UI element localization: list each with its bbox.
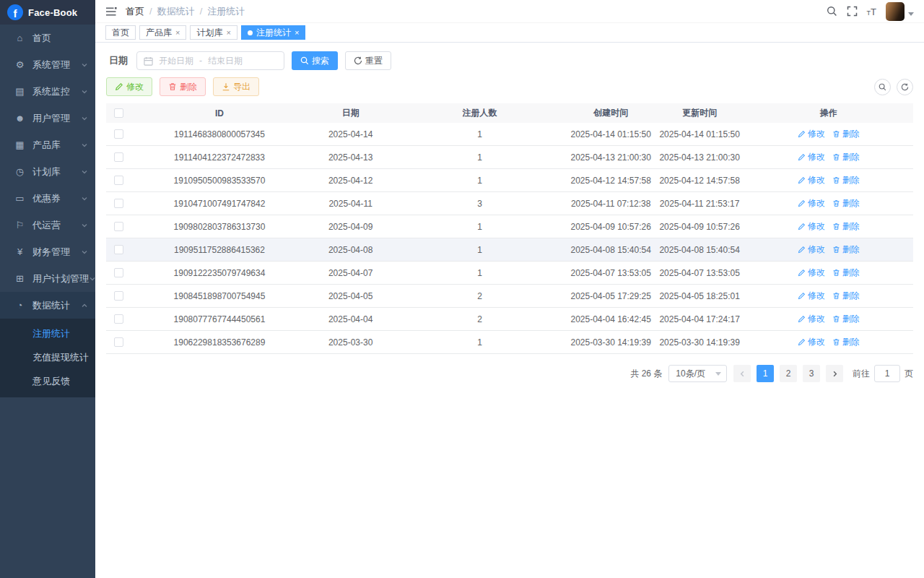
row-delete-link[interactable]: 删除: [832, 336, 860, 348]
cell-updated-time: 2025-04-11 21:53:17: [655, 199, 744, 209]
table-row: 1911468380800057345 2025-04-14 1 2025-04…: [106, 123, 913, 146]
row-edit-link[interactable]: 修改: [798, 174, 825, 186]
sidebar-item-finance[interactable]: 财务管理: [0, 238, 95, 265]
row-delete-link[interactable]: 删除: [832, 151, 860, 163]
row-checkbox[interactable]: [114, 176, 123, 185]
table-body: 1911468380800057345 2025-04-14 1 2025-04…: [106, 123, 913, 354]
sidebar-item-product-lib[interactable]: 产品库: [0, 131, 95, 158]
row-checkbox[interactable]: [114, 129, 123, 139]
close-icon[interactable]: [295, 29, 299, 37]
tag-home[interactable]: 首页: [105, 25, 136, 40]
reset-button[interactable]: 重置: [345, 51, 391, 70]
cell-date: 2025-04-11: [308, 199, 393, 209]
row-delete-link[interactable]: 删除: [832, 128, 860, 140]
tag-product-lib[interactable]: 产品库: [139, 25, 186, 40]
sidebar-item-coupon[interactable]: 优惠券: [0, 185, 95, 212]
sidebar-subitem-feedback[interactable]: 意见反馈: [0, 369, 95, 393]
sidebar-item-user-plan-mgmt[interactable]: 用户计划管理: [0, 265, 95, 292]
cell-actions: 修改 删除: [744, 151, 913, 163]
close-icon[interactable]: [226, 29, 230, 37]
row-delete-link[interactable]: 删除: [832, 313, 860, 325]
cell-updated-time: 2025-04-12 14:57:58: [655, 176, 744, 186]
breadcrumb-data-stats[interactable]: 数据统计: [157, 5, 195, 18]
header-register-count: 注册人数: [393, 107, 566, 119]
sidebar-item-system-monitor[interactable]: 系统监控: [0, 78, 95, 105]
page-button-1[interactable]: 1: [757, 365, 774, 382]
row-checkbox[interactable]: [114, 245, 123, 254]
edit-button[interactable]: 修改: [106, 77, 152, 96]
date-range-picker[interactable]: 开始日期 - 结束日期: [136, 51, 284, 70]
avatar[interactable]: [886, 2, 905, 21]
header-actions: 操作: [744, 107, 913, 119]
row-edit-link[interactable]: 修改: [798, 313, 825, 325]
prev-page-button[interactable]: [733, 365, 751, 382]
tag-plan-lib[interactable]: 计划库: [190, 25, 237, 40]
breadcrumb-separator: /: [200, 6, 203, 17]
row-delete-link[interactable]: 删除: [832, 174, 860, 186]
page-button-2[interactable]: 2: [780, 365, 797, 382]
row-checkbox[interactable]: [114, 222, 123, 231]
row-checkbox-cell: [106, 314, 131, 324]
jump-page-input[interactable]: [874, 365, 900, 382]
row-checkbox[interactable]: [114, 291, 123, 301]
sidebar-item-agent-ops[interactable]: 代运营: [0, 212, 95, 238]
sidebar-item-data-stats[interactable]: 数据统计: [0, 292, 95, 319]
row-edit-link[interactable]: 修改: [798, 243, 825, 256]
row-checkbox[interactable]: [114, 268, 123, 277]
row-edit-link[interactable]: 修改: [798, 128, 825, 140]
sidebar-subitem-recharge-withdraw-stats[interactable]: 充值提现统计: [0, 345, 95, 369]
caret-down-icon: [908, 12, 914, 16]
cell-id: 1906229818353676289: [131, 337, 308, 348]
row-edit-link[interactable]: 修改: [798, 267, 825, 279]
row-delete-link[interactable]: 删除: [832, 197, 860, 210]
sidebar-item-user-mgmt[interactable]: 用户管理: [0, 105, 95, 131]
row-edit-link[interactable]: 修改: [798, 290, 825, 302]
search-icon[interactable]: [827, 6, 837, 17]
row-delete-link[interactable]: 删除: [832, 243, 860, 256]
next-page-button[interactable]: [826, 365, 843, 382]
row-delete-link[interactable]: 删除: [832, 290, 860, 302]
date-filter-label: 日期: [109, 54, 128, 67]
search-button[interactable]: 搜索: [292, 51, 338, 70]
export-button[interactable]: 导出: [213, 77, 259, 96]
delete-button[interactable]: 删除: [160, 77, 206, 96]
row-checkbox[interactable]: [114, 314, 123, 324]
cell-date: 2025-04-08: [308, 245, 393, 255]
cell-date: 2025-03-30: [308, 337, 393, 348]
edit-icon: [798, 199, 806, 207]
select-all-checkbox[interactable]: [114, 108, 123, 118]
row-checkbox[interactable]: [114, 199, 123, 208]
sidebar-item-system-mgmt[interactable]: 系统管理: [0, 51, 95, 78]
tag-register-stats[interactable]: 注册统计: [241, 25, 305, 40]
cell-created-time: 2025-04-14 01:15:50: [567, 129, 655, 139]
table-row: 1906229818353676289 2025-03-30 1 2025-03…: [106, 331, 913, 354]
fullscreen-icon[interactable]: [847, 6, 858, 17]
page-jumper: 前往 页: [853, 365, 913, 382]
sidebar-item-home[interactable]: 首页: [0, 25, 95, 51]
close-icon[interactable]: [175, 29, 180, 37]
page-size-select[interactable]: 10条/页: [668, 365, 727, 382]
row-edit-link[interactable]: 修改: [798, 220, 825, 233]
row-delete-link[interactable]: 删除: [832, 267, 860, 279]
sidebar-toggle-icon[interactable]: [105, 7, 117, 17]
sidebar-subitem-register-stats[interactable]: 注册统计: [0, 322, 95, 345]
row-checkbox[interactable]: [114, 152, 123, 162]
font-size-icon[interactable]: [867, 6, 876, 17]
breadcrumb-home[interactable]: 首页: [126, 5, 144, 18]
toggle-search-button[interactable]: [874, 79, 891, 95]
user-menu[interactable]: [886, 2, 914, 21]
row-edit-link[interactable]: 修改: [798, 151, 825, 163]
cell-register-count: 1: [393, 129, 566, 139]
refresh-button[interactable]: [897, 79, 913, 95]
cell-register-count: 1: [393, 176, 566, 186]
row-edit-link[interactable]: 修改: [798, 336, 825, 348]
trash-icon: [832, 130, 840, 138]
row-edit-link[interactable]: 修改: [798, 197, 825, 210]
cell-date: 2025-04-12: [308, 176, 393, 186]
row-delete-link[interactable]: 删除: [832, 220, 860, 233]
page-button-3[interactable]: 3: [803, 365, 820, 382]
coupon-icon: [14, 193, 26, 204]
row-checkbox[interactable]: [114, 337, 123, 347]
sidebar-item-plan-lib[interactable]: 计划库: [0, 158, 95, 185]
chevron-down-icon: [81, 61, 88, 69]
